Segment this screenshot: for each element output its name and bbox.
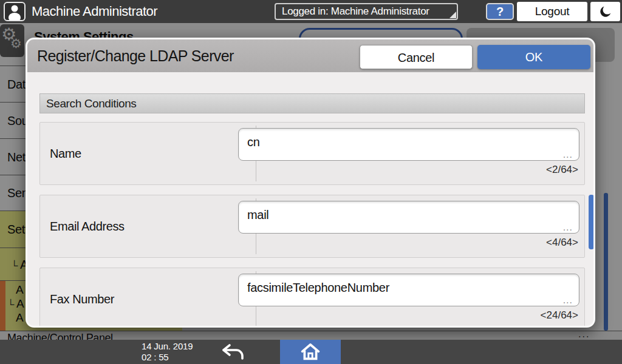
field-label: Name	[50, 147, 81, 161]
home-button[interactable]	[280, 340, 341, 364]
dialog-header: Register/Change LDAP Server Cancel OK	[27, 39, 593, 72]
user-account-button[interactable]	[4, 2, 26, 21]
fax-number-input[interactable]: facsimileTelephoneNumber ...	[238, 274, 579, 306]
email-address-input[interactable]: mail ...	[238, 201, 579, 234]
field-row-name: Name cn ... <2/64>	[39, 122, 585, 185]
char-counter: <2/64>	[546, 164, 578, 176]
dialog-scrollbar-thumb[interactable]	[589, 195, 594, 249]
ellipsis-icon: ...	[563, 149, 573, 160]
dialog-title: Register/Change LDAP Server	[37, 39, 234, 72]
machine-admin-screen: System Settings ⚙ ⚙ Dat Sou Net Sen Sett…	[0, 0, 622, 364]
logout-button[interactable]: Logout	[517, 2, 587, 21]
help-button[interactable]: ?	[486, 3, 514, 20]
char-counter: <24/64>	[541, 309, 578, 322]
login-status-dropdown[interactable]: Logged in: Machine Administrator	[275, 3, 458, 20]
user-icon	[5, 3, 24, 20]
input-value: mail	[247, 208, 268, 222]
input-value: facsimileTelephoneNumber	[247, 281, 389, 295]
bottom-nav-bar: 14 Jun. 2019 02 : 55	[0, 340, 622, 364]
ellipsis-icon: ...	[563, 295, 573, 306]
ok-button[interactable]: OK	[477, 45, 590, 69]
date-time-display: 14 Jun. 2019 02 : 55	[142, 341, 193, 363]
cancel-button[interactable]: Cancel	[360, 45, 473, 69]
home-icon	[301, 342, 320, 362]
input-value: cn	[247, 135, 260, 149]
back-button[interactable]	[214, 340, 253, 364]
field-label: Fax Number	[50, 292, 114, 306]
char-counter: <4/64>	[546, 237, 578, 249]
ellipsis-icon: ...	[563, 222, 573, 233]
top-bar: Machine Administrator Logged in: Machine…	[0, 0, 622, 23]
section-header-search-conditions: Search Conditions	[39, 93, 585, 113]
ldap-server-dialog: Register/Change LDAP Server Cancel OK Se…	[26, 38, 595, 328]
name-input[interactable]: cn ...	[238, 128, 579, 161]
page-title: Machine Administrator	[32, 0, 157, 23]
moon-icon	[598, 4, 613, 19]
field-label: Email Address	[50, 220, 125, 234]
field-row-email: Email Address mail ... <4/64>	[39, 195, 585, 258]
sleep-mode-button[interactable]	[590, 2, 620, 21]
field-row-fax: Fax Number facsimileTelephoneNumber ... …	[39, 268, 585, 328]
time-label: 02 : 55	[142, 352, 193, 363]
dropdown-corner-icon	[449, 12, 456, 18]
back-arrow-icon	[221, 343, 245, 360]
date-label: 14 Jun. 2019	[142, 341, 193, 352]
